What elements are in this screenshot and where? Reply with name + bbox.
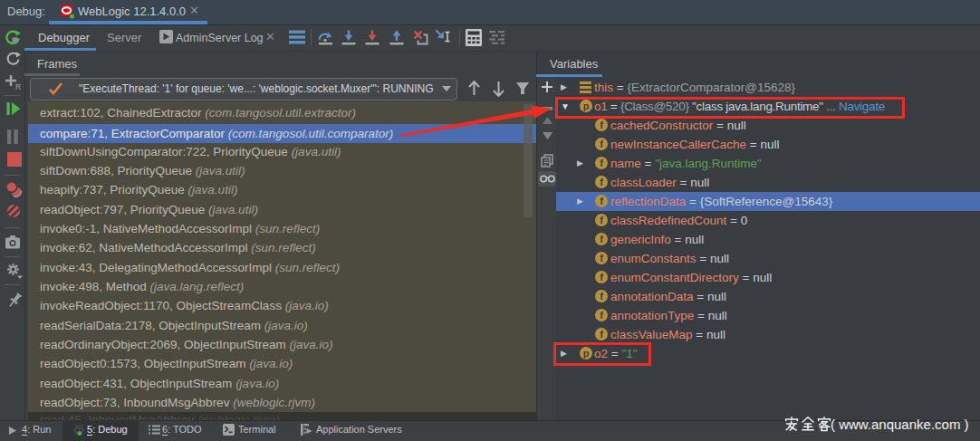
svg-text:R: R (15, 82, 21, 91)
